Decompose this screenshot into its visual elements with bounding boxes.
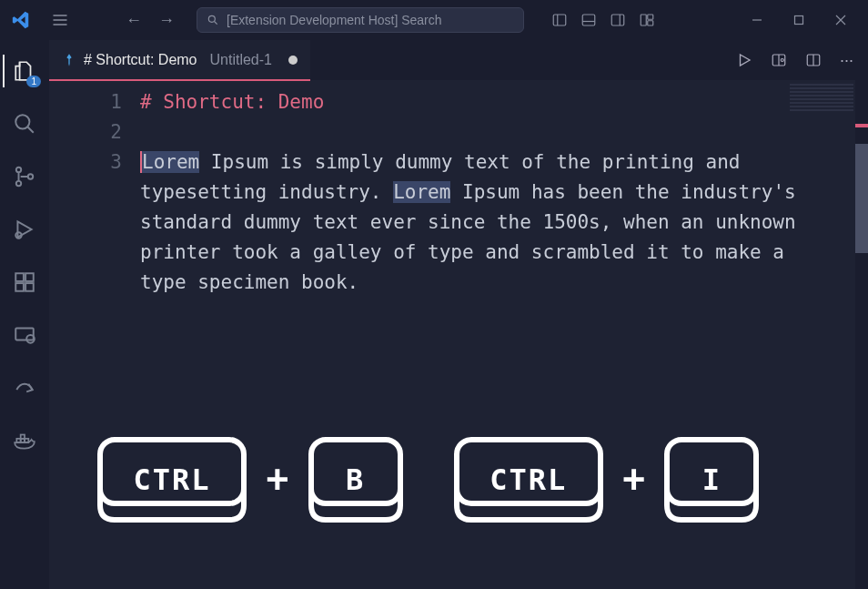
svg-rect-4 [641, 15, 646, 25]
source-control-activity[interactable] [3, 155, 46, 198]
tab-title: # Shortcut: Demo [84, 52, 197, 68]
menu-icon[interactable] [44, 7, 76, 33]
svg-rect-5 [648, 15, 653, 19]
file-icon [62, 53, 76, 67]
explorer-activity[interactable]: 1 [3, 49, 46, 93]
svg-rect-15 [15, 283, 24, 291]
scrollbar-thumb[interactable] [855, 144, 868, 253]
svg-point-0 [208, 15, 215, 22]
svg-rect-3 [611, 15, 624, 25]
nav-arrows: ← → [118, 7, 182, 34]
tab-bar: # Shortcut: Demo Untitled-1 ··· [49, 40, 868, 80]
line-number: 3 [49, 147, 122, 178]
svg-point-9 [16, 168, 21, 172]
search-placeholder: [Extension Development Host] Search [227, 13, 442, 27]
keycap-ctrl: CTRL [95, 434, 249, 525]
activity-bar: 1 [0, 40, 49, 589]
svg-rect-13 [15, 273, 24, 281]
vscode-logo-icon [11, 10, 31, 30]
svg-point-10 [16, 181, 21, 186]
svg-point-11 [28, 174, 33, 178]
svg-point-8 [15, 115, 29, 128]
panel-right-icon[interactable] [604, 8, 631, 32]
tab-subtitle: Untitled-1 [210, 52, 272, 68]
title-bar: ← → [Extension Development Host] Search [0, 0, 868, 40]
back-button[interactable]: ← [118, 7, 149, 34]
minimap[interactable] [790, 84, 853, 111]
window-controls [737, 5, 861, 35]
line-number: 2 [49, 117, 122, 147]
svg-point-24 [781, 59, 783, 62]
more-actions-icon[interactable]: ··· [834, 47, 859, 74]
keycap-i: I [661, 434, 762, 525]
minimize-button[interactable] [737, 5, 777, 35]
overview-mark [855, 124, 868, 127]
svg-rect-22 [21, 435, 25, 439]
line-number: 1 [49, 87, 122, 117]
run-icon[interactable] [731, 48, 758, 72]
remote-activity[interactable] [3, 313, 46, 357]
panel-left-icon[interactable] [546, 8, 573, 32]
keycap-b: B [306, 434, 406, 525]
svg-rect-1 [553, 15, 566, 25]
search-icon [207, 14, 219, 26]
shortcut-ctrl-b: CTRL + B [95, 434, 406, 525]
svg-rect-6 [648, 21, 653, 25]
selection: Lorem [393, 181, 450, 203]
dirty-indicator-icon [288, 56, 298, 65]
keyboard-shortcut-overlay: CTRL + B CTRL + I [95, 434, 841, 525]
maximize-button[interactable] [779, 5, 819, 35]
plus-icon: + [266, 457, 289, 503]
svg-rect-16 [25, 283, 34, 291]
layout-controls [546, 8, 661, 32]
selection: Lorem [142, 151, 199, 173]
svg-rect-17 [15, 328, 34, 340]
layout-custom-icon[interactable] [633, 8, 661, 32]
search-activity[interactable] [3, 102, 46, 146]
preview-side-icon[interactable] [765, 48, 792, 72]
docker-activity[interactable] [3, 419, 46, 462]
forward-button[interactable]: → [151, 7, 182, 34]
share-activity[interactable] [3, 366, 46, 410]
keycap-ctrl: CTRL [451, 434, 606, 525]
svg-rect-2 [582, 15, 595, 25]
split-editor-icon[interactable] [800, 48, 827, 72]
svg-rect-7 [795, 16, 803, 25]
extensions-activity[interactable] [3, 260, 46, 304]
svg-rect-14 [25, 273, 34, 281]
overview-ruler[interactable] [855, 80, 868, 589]
blank-line [140, 121, 152, 143]
close-button[interactable] [821, 5, 861, 35]
tab-active[interactable]: # Shortcut: Demo Untitled-1 [49, 40, 310, 80]
editor-area: # Shortcut: Demo Untitled-1 ··· 1 2 3 # … [49, 40, 868, 589]
panel-bottom-icon[interactable] [575, 8, 602, 32]
editor-actions: ··· [731, 40, 868, 80]
markdown-heading: # Shortcut: Demo [140, 91, 324, 113]
command-center-search[interactable]: [Extension Development Host] Search [197, 7, 524, 33]
shortcut-ctrl-i: CTRL + I [451, 434, 762, 525]
plus-icon: + [622, 457, 646, 503]
run-debug-activity[interactable] [3, 208, 46, 251]
explorer-badge: 1 [26, 76, 41, 87]
